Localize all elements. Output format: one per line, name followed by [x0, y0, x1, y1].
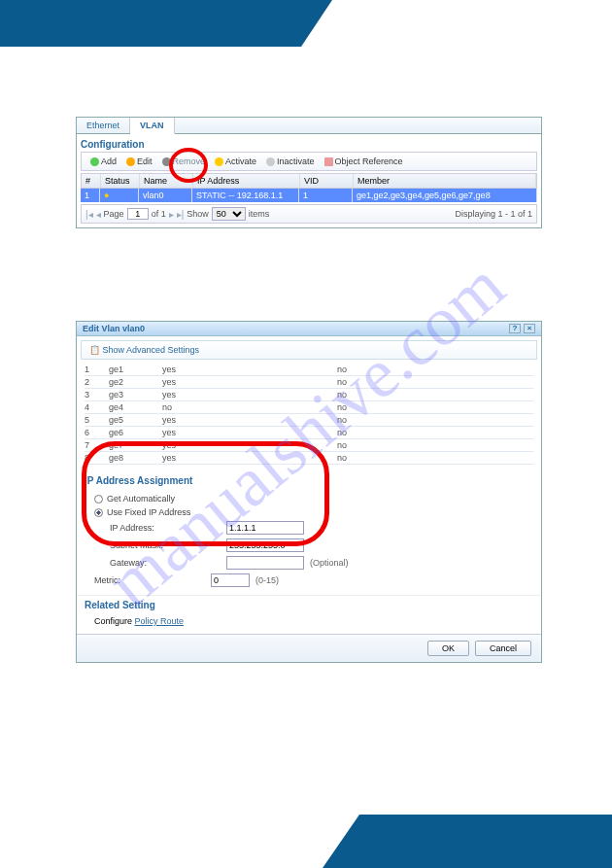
policy-route-link[interactable]: Policy Route [135, 616, 185, 626]
list-item[interactable]: 2ge2yesno [85, 376, 533, 389]
edit-button[interactable]: Edit [122, 156, 156, 167]
reference-icon [324, 157, 333, 166]
show-advanced-button[interactable]: 📋 Show Advanced Settings [81, 340, 537, 360]
table-header: # Status Name IP Address VID Member [81, 173, 537, 189]
cell-ip: STATIC -- 192.168.1.1 [192, 189, 299, 202]
gateway-label: Gateway: [110, 558, 226, 568]
list-item[interactable]: 4ge4nono [85, 401, 533, 414]
activate-icon [215, 157, 223, 166]
show-label: Show [187, 209, 209, 219]
inactivate-button[interactable]: Inactivate [262, 156, 319, 167]
tabs: Ethernet VLAN [77, 118, 541, 134]
list-item[interactable]: 6ge6yesno [85, 427, 533, 439]
dialog-buttons: OK Cancel [77, 634, 541, 662]
help-icon[interactable]: ? [509, 324, 521, 333]
configure-line: Configure Policy Route [77, 614, 541, 634]
cell-name: vlan0 [139, 189, 192, 202]
configuration-label: Configuration [77, 134, 541, 152]
page-label: Page [104, 209, 124, 219]
table-row[interactable]: 1 ● vlan0 STATIC -- 192.168.1.1 1 ge1,ge… [81, 189, 537, 202]
tab-vlan[interactable]: VLAN [130, 118, 175, 134]
page-top-bar [0, 0, 301, 47]
last-page-icon[interactable]: ▸| [177, 209, 185, 220]
show-select[interactable]: 50 [212, 207, 246, 221]
object-reference-button[interactable]: Object Reference [321, 156, 407, 167]
col-member: Member [354, 174, 536, 188]
activate-label: Activate [225, 156, 256, 166]
of-label: of 1 [152, 209, 166, 219]
cell-num: 1 [81, 189, 100, 202]
gateway-input[interactable] [226, 556, 304, 570]
tab-ethernet[interactable]: Ethernet [77, 118, 130, 133]
close-icon[interactable]: × [524, 324, 535, 333]
add-label: Add [101, 156, 117, 166]
add-icon [90, 157, 99, 166]
dialog-titlebar: Edit Vlan vlan0 ? × [77, 322, 541, 336]
metric-label: Metric: [94, 575, 211, 585]
displaying-label: Displaying 1 - 1 of 1 [455, 209, 532, 219]
col-status: Status [101, 174, 140, 188]
dialog-title: Edit Vlan vlan0 [83, 324, 145, 333]
related-setting-label: Related Setting [77, 595, 541, 614]
page-input[interactable] [127, 208, 149, 220]
configure-prefix: Configure [94, 616, 135, 626]
next-page-icon[interactable]: ▸ [169, 209, 174, 220]
first-page-icon[interactable]: |◂ [85, 209, 93, 220]
cell-vid: 1 [299, 189, 353, 202]
vlan-list-panel: Ethernet VLAN Configuration Add Edit Rem… [76, 117, 542, 228]
cell-status: ● [100, 189, 139, 202]
cell-member: ge1,ge2,ge3,ge4,ge5,ge6,ge7,ge8 [353, 189, 537, 202]
cancel-button[interactable]: Cancel [475, 641, 531, 656]
pager: |◂ ◂ Page of 1 ▸ ▸| Show 50 items Displa… [81, 204, 537, 224]
list-item[interactable]: 3ge3yesno [85, 389, 533, 401]
metric-input[interactable] [211, 573, 250, 587]
reference-label: Object Reference [335, 156, 403, 166]
activate-button[interactable]: Activate [211, 156, 260, 167]
add-button[interactable]: Add [86, 156, 120, 167]
highlight-oval-ip [82, 441, 329, 546]
col-ip: IP Address [193, 174, 300, 188]
toolbar: Add Edit Remove Activate Inactivate Obje… [81, 152, 537, 171]
highlight-circle-edit [169, 148, 208, 183]
optional-label: (Optional) [310, 558, 349, 568]
list-item[interactable]: 1ge1yesno [85, 364, 533, 376]
ok-button[interactable]: OK [427, 641, 469, 656]
page-bottom-bar [359, 815, 612, 868]
edit-icon [126, 157, 135, 166]
metric-range: (0-15) [255, 575, 279, 585]
inactivate-icon [266, 157, 275, 166]
inactivate-label: Inactivate [277, 156, 315, 166]
show-advanced-label: Show Advanced Settings [103, 345, 200, 355]
edit-label: Edit [137, 156, 153, 166]
col-num: # [82, 174, 101, 188]
col-vid: VID [300, 174, 354, 188]
items-label: items [249, 209, 270, 219]
prev-page-icon[interactable]: ◂ [96, 209, 101, 220]
list-item[interactable]: 5ge5yesno [85, 414, 533, 427]
